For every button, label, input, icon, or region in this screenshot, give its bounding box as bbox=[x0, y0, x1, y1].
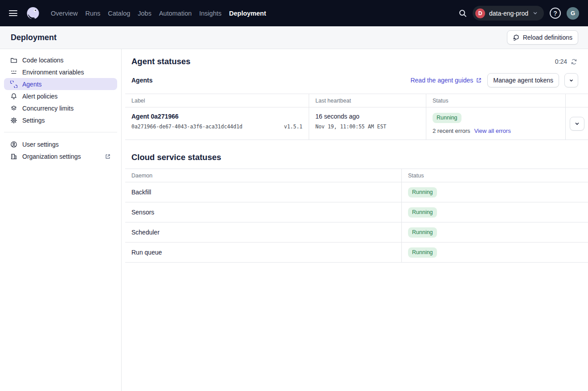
nav-item-jobs[interactable]: Jobs bbox=[138, 10, 151, 17]
sidebar-item-label: Agents bbox=[22, 81, 42, 88]
agent-row-expand-button[interactable] bbox=[570, 117, 584, 131]
column-header-daemon: Daemon bbox=[125, 169, 401, 182]
agents-table-header: Label Last heartbeat Status bbox=[125, 94, 588, 107]
nav-item-overview[interactable]: Overview bbox=[51, 10, 78, 17]
reload-definitions-label: Reload definitions bbox=[523, 34, 572, 41]
agents-toolbar: Agents Read the agent guides Manage agen… bbox=[125, 73, 588, 87]
agent-actions-dropdown-button[interactable] bbox=[564, 73, 578, 87]
search-icon bbox=[458, 9, 467, 17]
sidebar-item-label: Concurrency limits bbox=[22, 105, 74, 112]
nav-item-insights[interactable]: Insights bbox=[199, 10, 221, 17]
agents-toolbar-actions: Read the agent guides Manage agent token… bbox=[410, 73, 578, 87]
nav-item-deployment[interactable]: Deployment bbox=[229, 10, 266, 17]
view-all-errors-link[interactable]: View all errors bbox=[474, 128, 511, 134]
status-badge: Running bbox=[408, 227, 437, 238]
sidebar-item-user-settings[interactable]: User settings bbox=[4, 138, 117, 150]
gear-icon bbox=[10, 117, 17, 124]
status-badge: Running bbox=[408, 247, 437, 258]
daemon-name: Scheduler bbox=[131, 229, 159, 236]
manage-agent-tokens-button[interactable]: Manage agent tokens bbox=[487, 73, 559, 87]
building-icon bbox=[10, 153, 17, 160]
daemon-row-sensors: Sensors Running bbox=[125, 202, 588, 222]
refresh-icon[interactable] bbox=[571, 58, 577, 65]
agent-icon bbox=[10, 81, 17, 88]
column-header-status: Status bbox=[426, 94, 565, 107]
cloud-table-header: Daemon Status bbox=[125, 169, 588, 182]
sidebar-item-organization-settings[interactable]: Organization settings bbox=[4, 150, 117, 162]
agent-heartbeat-cell: 16 seconds ago Nov 19, 11:00:55 AM EST bbox=[309, 107, 426, 140]
daemon-name: Sensors bbox=[131, 209, 154, 216]
avatar-initial: G bbox=[571, 10, 575, 16]
daemon-name: Run queue bbox=[131, 249, 162, 256]
reload-definitions-icon bbox=[513, 34, 520, 41]
cloud-service-statuses-header: Cloud service statuses bbox=[125, 152, 588, 162]
cloud-services-table: Daemon Status Backfill Running Sensors R… bbox=[125, 169, 588, 263]
primary-nav: Overview Runs Catalog Jobs Automation In… bbox=[51, 10, 266, 17]
sidebar-item-label: Organization settings bbox=[22, 153, 81, 160]
agent-statuses-title: Agent statuses bbox=[131, 57, 191, 66]
topnav-right-controls: D data-eng-prod ? G bbox=[458, 6, 579, 21]
agent-guides-link[interactable]: Read the agent guides bbox=[410, 77, 482, 84]
sidebar-item-label: Alert policies bbox=[22, 93, 57, 100]
search-button[interactable] bbox=[458, 9, 467, 17]
sidebar-item-label: Environment variables bbox=[22, 69, 84, 76]
help-button[interactable]: ? bbox=[550, 8, 561, 19]
layers-icon bbox=[10, 105, 17, 112]
sidebar-divider bbox=[4, 132, 117, 132]
agent-status-cell: Running 2 recent errors View all errors bbox=[426, 107, 565, 140]
env-vars-icon bbox=[10, 69, 17, 76]
sidebar-item-environment-variables[interactable]: Environment variables bbox=[4, 66, 117, 78]
sidebar-item-label: Settings bbox=[22, 117, 45, 124]
daemon-name: Backfill bbox=[131, 189, 151, 196]
sidebar-item-settings[interactable]: Settings bbox=[4, 114, 117, 126]
reload-definitions-button[interactable]: Reload definitions bbox=[507, 30, 578, 45]
deployment-selector[interactable]: D data-eng-prod bbox=[473, 6, 544, 21]
daemon-row-run-queue: Run queue Running bbox=[125, 243, 588, 263]
auto-refresh: 0:24 bbox=[555, 58, 577, 65]
status-badge: Running bbox=[408, 187, 437, 198]
column-header-status: Status bbox=[401, 169, 588, 182]
daemon-row-scheduler: Scheduler Running bbox=[125, 222, 588, 243]
agents-table: Label Last heartbeat Status Agent 0a2719… bbox=[125, 94, 588, 140]
agent-expander-cell bbox=[565, 107, 588, 140]
sidebar-item-alert-policies[interactable]: Alert policies bbox=[4, 90, 117, 102]
menu-button[interactable] bbox=[6, 6, 21, 21]
nav-item-catalog[interactable]: Catalog bbox=[108, 10, 130, 17]
agents-heading: Agents bbox=[131, 77, 152, 84]
sidebar-item-agents[interactable]: Agents bbox=[4, 78, 117, 90]
cloud-service-statuses-title: Cloud service statuses bbox=[131, 152, 221, 162]
heartbeat-relative: 16 seconds ago bbox=[315, 113, 420, 120]
menu-icon bbox=[9, 10, 17, 11]
agent-row: Agent 0a271966 0a271966-de67-4043-a3f6-a… bbox=[125, 107, 588, 140]
recent-errors-text: 2 recent errors bbox=[433, 128, 470, 134]
dagster-logo-icon[interactable] bbox=[25, 5, 41, 21]
sidebar-item-label: Code locations bbox=[22, 57, 64, 64]
external-link-icon bbox=[105, 153, 111, 160]
sidebar-item-concurrency-limits[interactable]: Concurrency limits bbox=[4, 102, 117, 114]
main-content: Agent statuses 0:24 Agents Read the agen… bbox=[122, 49, 588, 391]
column-header-actions bbox=[565, 94, 588, 107]
agent-statuses-header: Agent statuses 0:24 bbox=[125, 57, 588, 66]
nav-item-automation[interactable]: Automation bbox=[159, 10, 192, 17]
top-nav: Overview Runs Catalog Jobs Automation In… bbox=[0, 0, 588, 26]
refresh-countdown: 0:24 bbox=[555, 58, 567, 65]
external-link-icon bbox=[476, 77, 482, 83]
caret-down-icon bbox=[569, 78, 574, 83]
user-icon bbox=[10, 141, 17, 148]
daemon-row-backfill: Backfill Running bbox=[125, 182, 588, 202]
agent-id: 0a271966-de67-4043-a3f6-aca31dc44d1d bbox=[131, 123, 242, 130]
sidebar-item-code-locations[interactable]: Code locations bbox=[4, 54, 117, 66]
nav-item-runs[interactable]: Runs bbox=[85, 10, 100, 17]
help-icon: ? bbox=[553, 10, 557, 17]
page-title: Deployment bbox=[11, 33, 57, 42]
chevron-down-icon bbox=[574, 121, 580, 127]
sidebar-item-label: User settings bbox=[22, 141, 59, 148]
user-avatar[interactable]: G bbox=[567, 7, 579, 20]
heartbeat-timestamp: Nov 19, 11:00:55 AM EST bbox=[315, 123, 386, 130]
deployment-initial-badge: D bbox=[475, 8, 485, 18]
column-header-last-heartbeat: Last heartbeat bbox=[309, 94, 426, 107]
sidebar: Code locations Environment variables Age… bbox=[0, 49, 122, 391]
page-header: Deployment Reload definitions bbox=[0, 26, 588, 49]
agent-guides-link-label: Read the agent guides bbox=[410, 77, 473, 84]
bell-icon bbox=[10, 93, 17, 100]
